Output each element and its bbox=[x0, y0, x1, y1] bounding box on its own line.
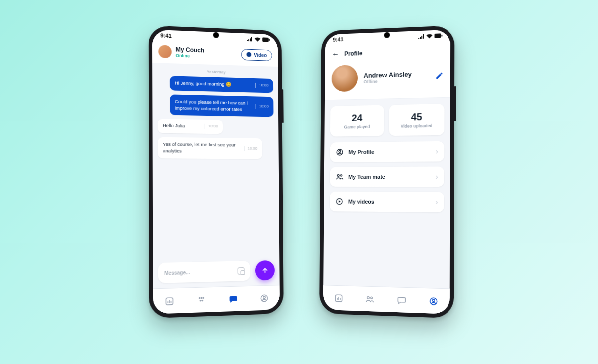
svg-point-7 bbox=[202, 299, 203, 301]
pencil-icon bbox=[435, 72, 443, 80]
nav-team-icon[interactable] bbox=[365, 294, 375, 304]
avatar[interactable] bbox=[158, 45, 171, 58]
message-placeholder: Message... bbox=[164, 269, 190, 275]
message-time: 10:00 bbox=[255, 83, 268, 88]
profile-hero: Andrew Ainsley Offline bbox=[325, 60, 450, 100]
bottom-nav bbox=[153, 285, 280, 314]
svg-point-4 bbox=[203, 297, 204, 298]
status-icons bbox=[418, 33, 443, 39]
message-text: Yes of course, let me first see your ana… bbox=[163, 141, 240, 155]
svg-rect-10 bbox=[435, 33, 441, 38]
message-input[interactable]: Message... bbox=[158, 261, 251, 283]
chevron-right-icon: › bbox=[436, 198, 438, 206]
message-text: Hello Julia bbox=[163, 123, 201, 130]
message-text: Could you please tell me how can i impro… bbox=[175, 98, 252, 113]
nav-profile-icon[interactable] bbox=[429, 296, 439, 306]
signal-icon bbox=[418, 34, 424, 38]
avatar[interactable] bbox=[332, 65, 358, 92]
svg-point-21 bbox=[433, 299, 435, 301]
status-time: 9:41 bbox=[160, 32, 171, 39]
phone-chat: 9:41 My Couch Online Video bbox=[149, 25, 284, 318]
svg-point-19 bbox=[371, 297, 373, 299]
svg-point-5 bbox=[201, 297, 202, 298]
wifi-icon bbox=[255, 37, 261, 41]
menu-label: My Profile bbox=[348, 148, 431, 155]
back-button[interactable]: ← bbox=[332, 50, 340, 59]
battery-icon bbox=[262, 37, 270, 42]
menu-my-videos[interactable]: My videos › bbox=[330, 192, 444, 212]
message-outgoing[interactable]: Hi Jenny, good morning 😊 10:00 bbox=[170, 76, 273, 93]
composer: Message... bbox=[153, 255, 279, 289]
stat-label: Video uploaded bbox=[391, 123, 442, 129]
svg-point-14 bbox=[337, 175, 339, 177]
message-incoming[interactable]: Hello Julia 10:00 bbox=[158, 119, 223, 134]
svg-point-15 bbox=[340, 175, 342, 176]
svg-point-3 bbox=[199, 297, 200, 298]
nav-chat-icon[interactable] bbox=[228, 294, 238, 304]
menu-label: My videos bbox=[348, 199, 431, 205]
profile-name: Andrew Ainsley bbox=[364, 70, 412, 79]
play-icon bbox=[336, 198, 344, 206]
nav-profile-icon[interactable] bbox=[259, 293, 269, 303]
svg-rect-1 bbox=[269, 39, 270, 41]
profile-status: Offline bbox=[364, 78, 412, 84]
message-text: Hi Jenny, good morning 😊 bbox=[175, 80, 252, 89]
menu-label: My Team mate bbox=[348, 174, 431, 180]
stat-games[interactable]: 24 Game played bbox=[330, 105, 384, 137]
chat-contact-status: Online bbox=[176, 53, 205, 59]
stat-value: 45 bbox=[391, 111, 442, 123]
svg-rect-0 bbox=[262, 37, 269, 42]
chat-header: My Couch Online Video bbox=[152, 41, 278, 67]
battery-icon bbox=[435, 33, 443, 38]
stats-row: 24 Game played 45 Video uploaded bbox=[324, 98, 450, 143]
send-button[interactable] bbox=[255, 260, 275, 281]
wifi-icon bbox=[426, 34, 432, 38]
svg-point-6 bbox=[200, 300, 201, 301]
video-button-label: Video bbox=[254, 52, 267, 58]
svg-point-13 bbox=[339, 150, 341, 152]
camera-dot bbox=[213, 32, 219, 38]
status-time: 9:41 bbox=[333, 36, 343, 43]
nav-stats-icon[interactable] bbox=[164, 296, 175, 306]
video-icon bbox=[246, 52, 251, 57]
profile-menu: My Profile › My Team mate › My videos › bbox=[324, 141, 450, 212]
status-icons bbox=[247, 37, 270, 42]
message-outgoing[interactable]: Could you please tell me how can i impro… bbox=[170, 94, 274, 117]
page-title: Profile bbox=[344, 50, 362, 57]
attachment-icon[interactable] bbox=[238, 267, 245, 274]
stat-videos[interactable]: 45 Video uploaded bbox=[389, 104, 444, 136]
arrow-up-icon bbox=[262, 267, 269, 274]
signal-icon bbox=[247, 37, 253, 41]
date-separator: Yesterday bbox=[157, 68, 273, 76]
team-icon bbox=[336, 173, 344, 181]
user-icon bbox=[336, 148, 344, 156]
edit-button[interactable] bbox=[435, 72, 443, 80]
message-incoming[interactable]: Yes of course, let me first see your ana… bbox=[158, 137, 262, 159]
svg-rect-11 bbox=[441, 34, 442, 36]
nav-team-icon[interactable] bbox=[196, 295, 206, 305]
svg-point-9 bbox=[263, 296, 265, 298]
message-time: 10:00 bbox=[256, 104, 269, 109]
menu-my-team[interactable]: My Team mate › bbox=[330, 167, 444, 187]
svg-point-18 bbox=[367, 296, 369, 299]
phone-profile: 9:41 ← Profile Andrew Ainsley Offline bbox=[319, 25, 454, 318]
video-call-button[interactable]: Video bbox=[241, 49, 272, 61]
stat-label: Game played bbox=[332, 124, 382, 129]
chevron-right-icon: › bbox=[436, 173, 438, 181]
nav-stats-icon[interactable] bbox=[334, 293, 344, 303]
menu-my-profile[interactable]: My Profile › bbox=[330, 141, 445, 162]
chat-body[interactable]: Yesterday Hi Jenny, good morning 😊 10:00… bbox=[152, 63, 279, 258]
nav-chat-icon[interactable] bbox=[396, 295, 406, 305]
chevron-right-icon: › bbox=[436, 147, 438, 155]
stat-value: 24 bbox=[332, 112, 382, 124]
message-time: 10:00 bbox=[205, 124, 218, 129]
bottom-nav bbox=[323, 285, 450, 314]
message-time: 10:00 bbox=[244, 146, 257, 151]
